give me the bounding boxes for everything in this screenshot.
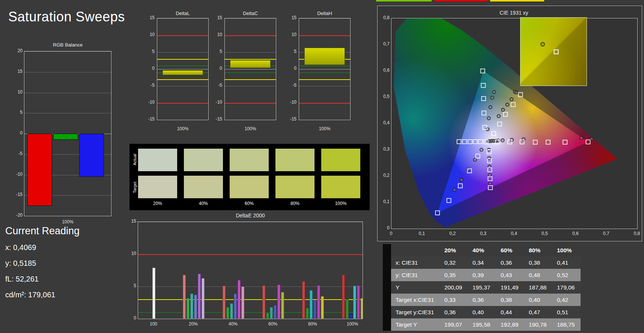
table-cell: 0,44 [496,306,524,318]
gridline [24,72,111,72]
delta-l-plot [157,18,209,120]
gridline [299,86,350,86]
measured-point [497,115,500,118]
y-tick-label: 10 [143,32,155,37]
cie-y-tick: 0,4 [378,120,390,125]
table-left-strip [383,244,391,331]
limit-line-yellow [157,79,208,80]
delta-l-chart: DeltaL 100% 151050-5-10-15 [143,10,210,141]
limit-line-red [157,103,208,104]
saturation-percent-label: 80% [275,201,315,206]
gridline [138,222,363,222]
top-strip-segment [490,0,544,2]
table-cell: 0,43 [496,269,524,281]
cie-x-tick: 0,6 [570,231,581,236]
cie-y-tick: 0,5 [378,94,390,99]
calman-saturation-sweeps-page: Saturation Sweeps RGB Balance 100% 20151… [0,0,644,333]
saturation-swatches-panel: Actual Target 20%40%60%80%100% [129,144,370,210]
delta-range-bar [163,70,203,75]
table-header-cell: 20% [440,244,468,256]
measured-point [492,90,495,93]
table-cell: 195,58 [468,318,496,331]
deltae-bar [302,281,305,319]
table-header-cell: 60% [496,244,524,256]
inset-measured-point [540,42,545,47]
table-row: y: CIE310,350,390,430,480,52 [391,269,581,281]
delta-c-x-label: 100% [224,126,276,131]
table-cell: 195,37 [468,281,496,294]
table-cell: 0,39 [468,269,496,281]
table-cell: 187,88 [524,281,552,294]
deltae-bar [357,285,360,319]
rgb-balance-x-label: 100% [24,219,111,225]
table-header-cell [391,244,440,256]
measured-point [506,103,509,106]
table-cell: 200,09 [440,281,468,294]
gridline [157,86,208,86]
deltae-bar [274,305,277,319]
deltae-bar [262,285,265,319]
y-tick-label: -5 [8,151,23,156]
delta-h-chart: DeltaH 100% 151050-5-10-15 [284,10,352,141]
y-tick-label: 10 [8,89,23,95]
limit-line-red [157,35,208,36]
cie-1931-chart: CIE 1931 xy 00,10,20,30,40,50,60,70,800,… [377,6,642,241]
delta-e-title: DeltaE 2000 [138,212,363,218]
table-cell: 191,49 [496,281,524,294]
table-cell: 0,47 [524,306,552,318]
actual-swatch [321,148,361,172]
measured-point [453,188,456,191]
measured-point [510,98,513,101]
y-tick-label: 20 [8,48,23,53]
limit-line-green [299,66,350,66]
table-row: Target x:CIE310,330,360,380,400,42 [391,294,581,306]
y-tick-label: -10 [210,99,222,105]
cie-zoom-inset [520,17,587,86]
y-tick-label: -10 [8,172,23,177]
table-row: Y200,09195,37191,49187,88179,06 [391,281,581,294]
table-cell: 179,06 [552,281,581,294]
y-tick-label: 15 [210,15,222,20]
cie-y-tick: 0,8 [378,15,390,20]
measured-point [474,158,477,161]
measured-point [489,182,492,185]
y-tick-label: 0 [210,66,222,71]
deltae-bar [202,278,205,319]
y-tick-label: 0 [284,66,296,71]
limit-line-red [225,35,276,36]
limit-line-red [225,103,276,104]
y-tick-label: 5 [284,49,296,54]
table-cell: 0,52 [552,269,581,281]
target-swatch [229,175,269,199]
table-header-row: 20%40%60%80%100% [391,244,581,256]
x-category-label: 20% [182,321,205,327]
measured-point [491,96,494,99]
rgb-balance-title: RGB Balance [24,42,111,48]
table-header-cell: 100% [552,244,581,256]
target-swatch [138,175,178,199]
measured-point [488,157,491,160]
y-tick-label: -5 [284,83,296,88]
table-cell: 0,42 [552,294,581,306]
reading-cdm2: cd/m²: 179,061 [5,291,55,299]
current-reading-heading: Current Reading [5,225,80,237]
measured-point [488,173,491,176]
saturation-percent-label: 40% [184,201,223,206]
reading-fl: fL: 52,261 [5,275,39,283]
actual-swatch [229,148,269,172]
row-label: Target x:CIE31 [391,294,440,306]
deltae-bar [183,275,186,319]
y-tick-label: -5 [143,83,155,88]
saturation-percent-label: 100% [321,201,361,206]
cie-diagram [391,18,637,229]
limit-line-red [299,35,350,36]
limit-line-red [299,103,350,104]
delta-l-title: DeltaL [157,11,209,16]
gridline [24,113,111,113]
table-cell: 0,36 [496,256,524,269]
deltae-bar [230,303,233,319]
delta-h-title: DeltaH [299,11,351,16]
deltae-bar [190,294,193,319]
actual-swatch [275,148,315,172]
table-cell: 0,38 [524,256,552,269]
